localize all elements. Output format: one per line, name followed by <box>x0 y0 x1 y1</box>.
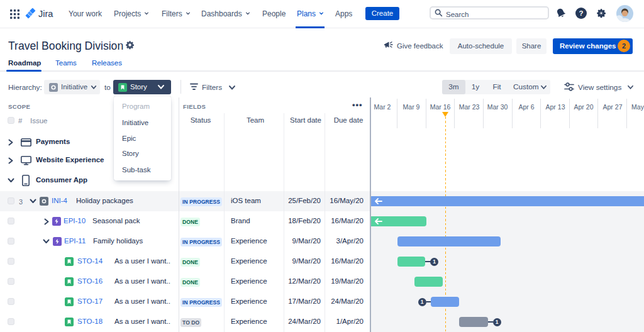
svg-text:?: ? <box>579 9 583 17</box>
